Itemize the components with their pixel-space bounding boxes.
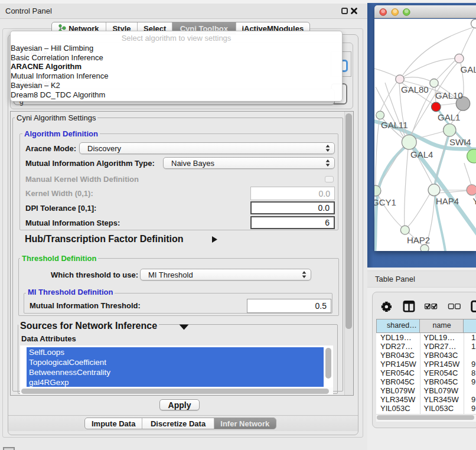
svg-text:Y: Y xyxy=(473,196,476,206)
svg-text:GAL4: GAL4 xyxy=(410,149,433,159)
svg-text:HAP4: HAP4 xyxy=(436,196,459,206)
svg-text:GCY1: GCY1 xyxy=(374,197,396,207)
svg-text:GAL10: GAL10 xyxy=(435,90,463,100)
svg-text:GAL80: GAL80 xyxy=(401,84,429,94)
svg-text:SWI4: SWI4 xyxy=(449,137,471,147)
svg-text:HAP2: HAP2 xyxy=(407,235,430,245)
svg-text:GAL1: GAL1 xyxy=(438,112,460,122)
svg-text:GAL2: GAL2 xyxy=(461,64,476,74)
svg-text:GAL11: GAL11 xyxy=(381,120,408,130)
